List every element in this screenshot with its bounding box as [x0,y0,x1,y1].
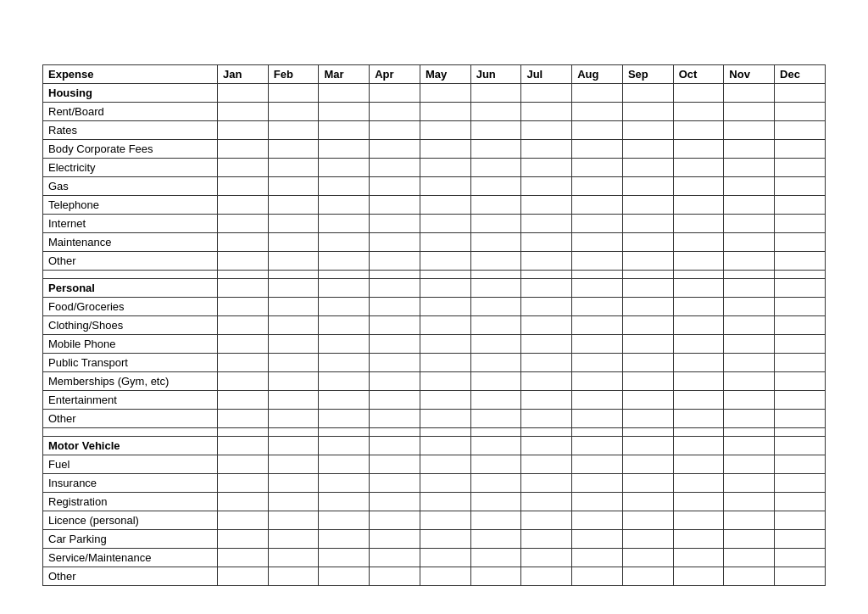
data-cell[interactable] [521,196,572,215]
data-cell[interactable] [370,410,420,428]
data-cell[interactable] [268,298,319,316]
data-cell[interactable] [521,121,572,140]
data-cell[interactable] [775,233,826,252]
data-cell[interactable] [521,530,572,549]
data-cell[interactable] [470,121,521,140]
data-cell[interactable] [319,233,370,252]
data-cell[interactable] [420,177,470,196]
data-cell[interactable] [775,298,826,316]
data-cell[interactable] [572,121,623,140]
data-cell[interactable] [268,252,319,271]
data-cell[interactable] [724,530,775,549]
data-cell[interactable] [218,391,269,410]
data-cell[interactable] [268,567,319,586]
data-cell[interactable] [470,159,521,177]
data-cell[interactable] [521,316,572,335]
data-cell[interactable] [572,196,623,215]
data-cell[interactable] [470,140,521,159]
data-cell[interactable] [622,410,673,428]
data-cell[interactable] [319,511,370,530]
data-cell[interactable] [724,196,775,215]
data-cell[interactable] [420,567,470,586]
data-cell[interactable] [420,474,470,493]
data-cell[interactable] [370,159,420,177]
data-cell[interactable] [370,354,420,372]
data-cell[interactable] [319,140,370,159]
data-cell[interactable] [370,252,420,271]
data-cell[interactable] [319,316,370,335]
data-cell[interactable] [268,549,319,567]
data-cell[interactable] [370,549,420,567]
data-cell[interactable] [370,177,420,196]
data-cell[interactable] [268,391,319,410]
data-cell[interactable] [724,103,775,121]
data-cell[interactable] [470,372,521,391]
data-cell[interactable] [420,391,470,410]
data-cell[interactable] [673,567,724,586]
data-cell[interactable] [775,410,826,428]
data-cell[interactable] [521,567,572,586]
data-cell[interactable] [521,391,572,410]
data-cell[interactable] [724,177,775,196]
data-cell[interactable] [218,121,269,140]
data-cell[interactable] [319,549,370,567]
data-cell[interactable] [218,549,269,567]
data-cell[interactable] [268,511,319,530]
data-cell[interactable] [470,335,521,354]
data-cell[interactable] [673,252,724,271]
data-cell[interactable] [470,567,521,586]
data-cell[interactable] [622,215,673,233]
data-cell[interactable] [572,335,623,354]
data-cell[interactable] [370,316,420,335]
data-cell[interactable] [470,511,521,530]
data-cell[interactable] [268,410,319,428]
data-cell[interactable] [370,493,420,511]
data-cell[interactable] [268,233,319,252]
data-cell[interactable] [521,215,572,233]
data-cell[interactable] [218,410,269,428]
data-cell[interactable] [572,455,623,474]
data-cell[interactable] [470,549,521,567]
data-cell[interactable] [673,474,724,493]
data-cell[interactable] [622,177,673,196]
data-cell[interactable] [218,354,269,372]
data-cell[interactable] [622,196,673,215]
data-cell[interactable] [775,103,826,121]
data-cell[interactable] [572,474,623,493]
data-cell[interactable] [319,196,370,215]
data-cell[interactable] [370,215,420,233]
data-cell[interactable] [268,354,319,372]
data-cell[interactable] [218,298,269,316]
data-cell[interactable] [622,511,673,530]
data-cell[interactable] [724,354,775,372]
data-cell[interactable] [370,103,420,121]
data-cell[interactable] [370,455,420,474]
data-cell[interactable] [572,410,623,428]
data-cell[interactable] [319,121,370,140]
data-cell[interactable] [673,455,724,474]
data-cell[interactable] [724,391,775,410]
data-cell[interactable] [724,567,775,586]
data-cell[interactable] [622,549,673,567]
data-cell[interactable] [218,196,269,215]
data-cell[interactable] [775,354,826,372]
data-cell[interactable] [470,391,521,410]
data-cell[interactable] [775,530,826,549]
data-cell[interactable] [319,391,370,410]
data-cell[interactable] [319,410,370,428]
data-cell[interactable] [572,233,623,252]
data-cell[interactable] [218,215,269,233]
data-cell[interactable] [673,511,724,530]
data-cell[interactable] [268,316,319,335]
data-cell[interactable] [470,316,521,335]
data-cell[interactable] [218,335,269,354]
data-cell[interactable] [724,511,775,530]
data-cell[interactable] [622,354,673,372]
data-cell[interactable] [572,567,623,586]
data-cell[interactable] [673,354,724,372]
data-cell[interactable] [420,549,470,567]
data-cell[interactable] [622,530,673,549]
data-cell[interactable] [420,455,470,474]
data-cell[interactable] [218,530,269,549]
data-cell[interactable] [370,196,420,215]
